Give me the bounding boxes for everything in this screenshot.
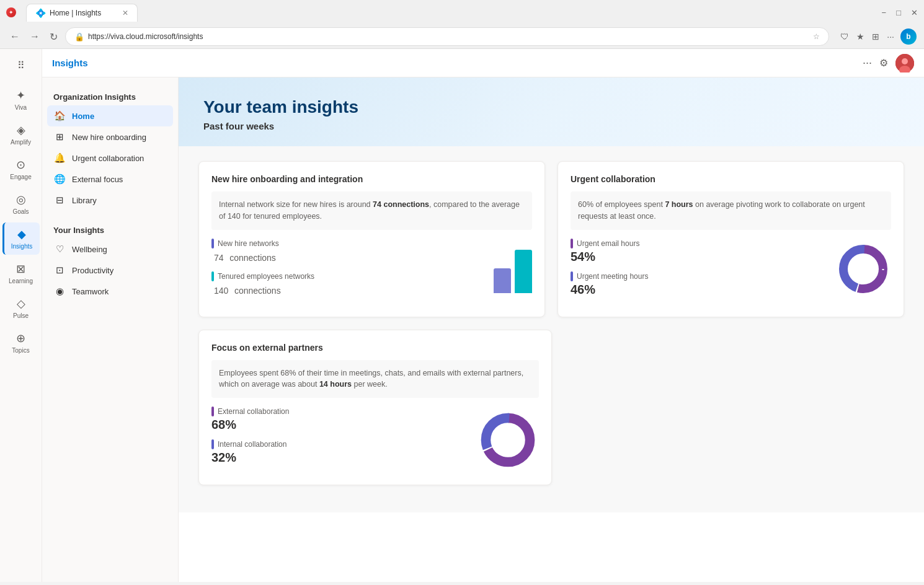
close-button[interactable]: ✕ xyxy=(911,8,918,17)
hero-banner: Your team insights Past four weeks xyxy=(179,77,924,146)
new-hire-color-bar xyxy=(211,239,214,249)
nav-item-goals[interactable]: ◎ Goals xyxy=(2,188,40,220)
user-avatar[interactable] xyxy=(895,54,914,73)
sidebar-item-urgent[interactable]: 🔔 Urgent collaboration xyxy=(47,147,173,169)
maximize-button[interactable]: □ xyxy=(896,8,901,17)
browser-action-buttons: 🛡 ★ ⊞ ··· b xyxy=(839,29,917,45)
tenured-color-bar xyxy=(211,271,214,281)
sidebar-label-urgent: Urgent collaboration xyxy=(72,154,144,163)
url-bar[interactable]: 🔒 https://viva.cloud.microsoft/insights … xyxy=(65,27,829,46)
header-more-button[interactable]: ··· xyxy=(863,56,872,69)
hero-title: Your team insights xyxy=(203,97,899,117)
forward-button[interactable]: → xyxy=(27,30,42,43)
goals-icon: ◎ xyxy=(16,193,26,206)
urgent-icon: 🔔 xyxy=(53,152,66,164)
sidebar-label-productivity: Productivity xyxy=(72,266,113,275)
tab-title: Home | Insights xyxy=(50,9,101,17)
metric-urgent-email: Urgent email hours 54% xyxy=(571,239,825,264)
nav-item-pulse[interactable]: ◇ Pulse xyxy=(2,292,40,324)
cards-row-2: Focus on external partners Employees spe… xyxy=(198,330,904,486)
hero-subtitle: Past four weeks xyxy=(203,121,899,131)
sidebar-label-wellbeing: Wellbeing xyxy=(72,245,107,254)
favorites-star-icon[interactable]: ★ xyxy=(855,30,866,43)
collections-icon[interactable]: ⊞ xyxy=(871,30,881,43)
urgent-card-title: Urgent collaboration xyxy=(571,174,891,184)
app-header: Insights ··· ⚙ xyxy=(42,49,924,77)
minimize-button[interactable]: − xyxy=(882,8,887,17)
metric-internal-collab: Internal collaboration 32% xyxy=(211,439,467,465)
wellbeing-icon: ♡ xyxy=(53,244,66,255)
tab-bar: 💠 Home | Insights ✕ xyxy=(21,4,143,22)
sidebar-label-teamwork: Teamwork xyxy=(72,287,109,296)
urgent-donut-chart xyxy=(835,241,891,297)
sidebar-item-productivity[interactable]: ⊡ Productivity xyxy=(47,260,173,281)
viva-icon: ✦ xyxy=(16,89,25,102)
external-donut-chart xyxy=(477,409,539,471)
new-hire-metrics: New hire networks 74 connections xyxy=(211,239,532,304)
header-actions: ··· ⚙ xyxy=(863,54,914,73)
external-color-bar xyxy=(211,407,214,416)
internal-collab-label: Internal collaboration xyxy=(218,440,287,449)
new-hire-card-title: New hire onboarding and integration xyxy=(211,174,532,184)
sidebar-item-teamwork[interactable]: ◉ Teamwork xyxy=(47,281,173,302)
cards-area: New hire onboarding and integration Inte… xyxy=(179,146,924,512)
urgent-metrics-list: Urgent email hours 54% Urgent meeting ho… xyxy=(571,239,825,304)
icon-nav: ⠿ ✦ Viva ◈ Amplify ⊙ Engage ◎ Goals ◆ In… xyxy=(0,49,42,582)
nav-item-engage[interactable]: ⊙ Engage xyxy=(2,153,40,185)
nav-item-insights[interactable]: ◆ Insights xyxy=(2,222,40,255)
nav-item-amplify[interactable]: ◈ Amplify xyxy=(2,118,40,151)
urgent-card: Urgent collaboration 60% of employees sp… xyxy=(558,161,904,317)
metric-external-collab: External collaboration 68% xyxy=(211,407,467,432)
tenured-network-label: Tenured employees networks xyxy=(218,272,314,281)
tab-close-button[interactable]: ✕ xyxy=(122,9,128,17)
back-button[interactable]: ← xyxy=(7,30,22,43)
sidebar-label-library: Library xyxy=(72,196,97,205)
nav-item-topics[interactable]: ⊕ Topics xyxy=(2,327,40,359)
url-text: https://viva.cloud.microsoft/insights xyxy=(88,32,809,41)
bing-copilot-button[interactable]: b xyxy=(900,29,917,45)
home-icon: 🏠 xyxy=(53,110,66,121)
pulse-icon: ◇ xyxy=(17,297,25,310)
apps-dots-button[interactable]: ⠿ xyxy=(10,54,32,76)
bar-new-hire xyxy=(494,268,511,293)
urgent-meeting-color-bar xyxy=(571,271,573,281)
new-hire-network-label: New hire networks xyxy=(218,239,279,248)
sidebar-item-library[interactable]: ⊟ Library xyxy=(47,190,173,211)
external-collab-value: 68% xyxy=(211,418,467,432)
sidebar-item-wellbeing[interactable]: ♡ Wellbeing xyxy=(47,239,173,260)
your-section-title: Your Insights xyxy=(47,221,173,239)
settings-button[interactable]: ⚙ xyxy=(879,57,888,69)
new-hire-icon: ⊞ xyxy=(53,131,66,143)
browser-titlebar: ✦ 💠 Home | Insights ✕ − □ ✕ xyxy=(0,0,924,25)
external-collab-label: External collaboration xyxy=(218,407,289,416)
urgent-email-value: 54% xyxy=(571,250,825,264)
new-hire-network-value: 74 connections xyxy=(211,250,484,264)
nav-item-learning[interactable]: ⊠ Learning xyxy=(2,257,40,289)
browser-chrome: ✦ 💠 Home | Insights ✕ − □ ✕ ← → ↻ 🔒 http… xyxy=(0,0,924,49)
org-section-title: Organization Insights xyxy=(47,87,173,105)
active-tab[interactable]: 💠 Home | Insights ✕ xyxy=(26,4,138,22)
shield-icon[interactable]: 🛡 xyxy=(839,30,850,43)
sidebar-item-home[interactable]: 🏠 Home xyxy=(47,105,173,126)
new-hire-bar-chart xyxy=(494,244,532,293)
tenured-network-value: 140 connections xyxy=(211,283,484,297)
sidebar-item-new-hire[interactable]: ⊞ New hire onboarding xyxy=(47,126,173,147)
app-container: ⠿ ✦ Viva ◈ Amplify ⊙ Engage ◎ Goals ◆ In… xyxy=(0,49,924,582)
urgent-card-description: 60% of employees spent 7 hours on averag… xyxy=(571,191,891,230)
svg-point-1 xyxy=(902,58,908,64)
internal-color-bar xyxy=(211,439,214,449)
refresh-button[interactable]: ↻ xyxy=(47,30,60,44)
amplify-icon: ◈ xyxy=(17,123,25,137)
nav-item-viva[interactable]: ✦ Viva xyxy=(2,84,40,116)
more-options-button[interactable]: ··· xyxy=(886,30,895,43)
external-card-description: Employees spent 68% of their time in mee… xyxy=(211,360,539,398)
svg-point-6 xyxy=(850,255,877,283)
urgent-donut-svg xyxy=(835,241,891,297)
external-card: Focus on external partners Employees spe… xyxy=(198,330,552,486)
urgent-email-label: Urgent email hours xyxy=(577,239,639,248)
internal-collab-value: 32% xyxy=(211,451,467,465)
app-main: Insights ··· ⚙ Organization Insights xyxy=(42,49,924,582)
sidebar-item-external[interactable]: 🌐 External focus xyxy=(47,169,173,190)
app-title: Insights xyxy=(52,58,863,68)
avatar-image xyxy=(895,54,914,73)
